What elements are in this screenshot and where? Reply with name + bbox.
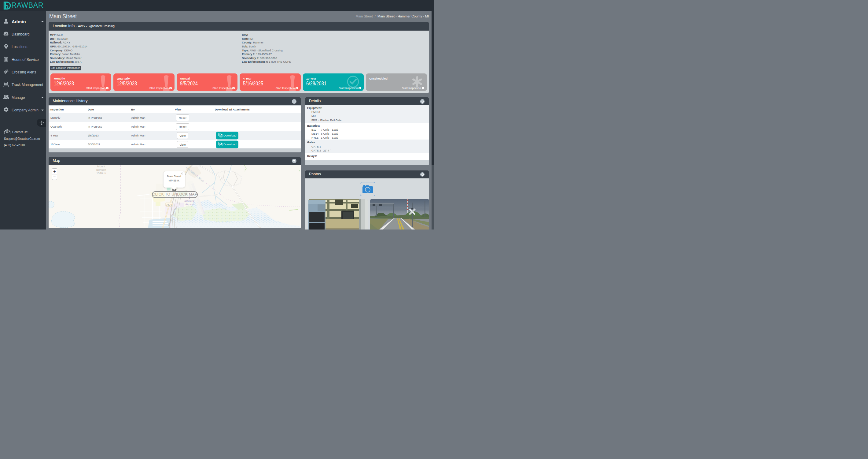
svg-text:@: @ (6, 130, 8, 132)
